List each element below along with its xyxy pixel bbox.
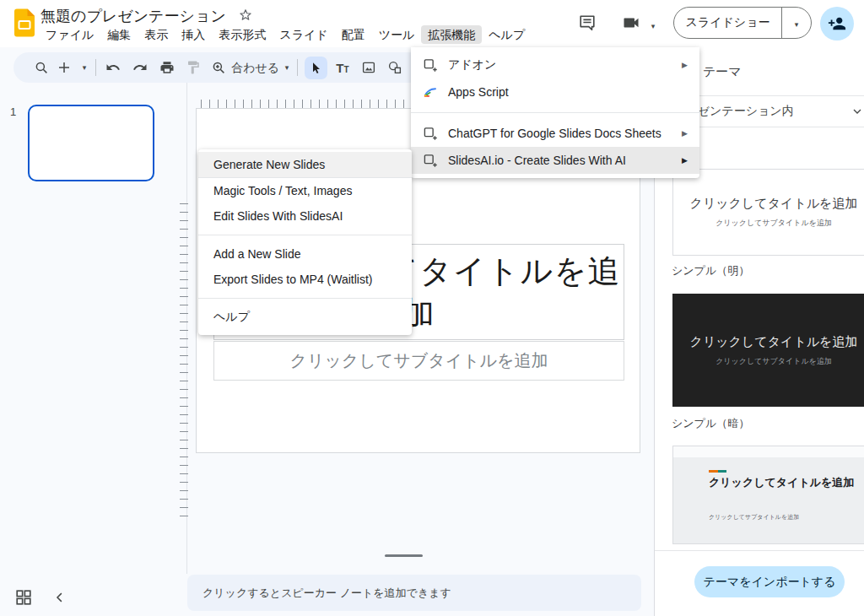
apps-script-icon [423, 84, 438, 100]
print-icon [159, 60, 175, 75]
slideshow-button[interactable]: スライドショー ▾ [673, 7, 812, 39]
menu-tools[interactable]: ツール [372, 25, 422, 44]
search-icon [34, 60, 49, 75]
slidesai-submenu: Generate New Slides Magic Tools / Text, … [198, 149, 412, 335]
zoom-fit-select[interactable]: 合わせる [231, 61, 279, 76]
slideshow-options-button[interactable]: ▾ [782, 15, 811, 30]
submenu-arrow-icon: ▶ [682, 61, 688, 69]
shape-icon [387, 60, 402, 75]
insert-image-button[interactable] [359, 57, 379, 78]
zoom-in-icon [211, 60, 226, 75]
chevron-left-icon [52, 590, 68, 605]
subtitle-placeholder-text: クリックしてサブタイトルを追加 [289, 349, 548, 372]
addon-icon [423, 57, 438, 73]
slide-number: 1 [10, 105, 16, 118]
comment-icon [578, 14, 597, 32]
chevron-down-icon: ▾ [285, 64, 289, 72]
submenu-arrow-icon: ▶ [682, 129, 688, 138]
star-icon[interactable] [238, 8, 253, 23]
menu-extensions[interactable]: 拡張機能 [421, 25, 482, 44]
menu-help[interactable]: ヘルプ [482, 25, 532, 44]
menu-insert[interactable]: 挿入 [175, 25, 212, 44]
menu-item-chatgpt[interactable]: ChatGPT for Google Slides Docs Sheets ▶ [411, 120, 699, 147]
menu-slide[interactable]: スライド [273, 25, 334, 44]
menu-view[interactable]: 表示 [138, 25, 175, 44]
thumb-subtitle: クリックしてサブタイトルを追加 [716, 218, 832, 229]
import-theme-button[interactable]: テーマをインポートする [694, 566, 845, 597]
header: 無題のプレゼンテーション ファイル 編集 表示 挿入 表示形式 スライド 配置 … [0, 0, 864, 47]
grid-view-icon [14, 588, 33, 607]
chevron-down-icon: ▾ [651, 23, 656, 30]
image-icon [361, 60, 376, 75]
thumb-title: クリックしてタイトルを追加 [690, 196, 858, 212]
person-add-icon [828, 14, 846, 33]
theme-name-simple-dark: シンプル（暗） [672, 416, 749, 431]
comments-button[interactable] [577, 13, 597, 33]
redo-button[interactable] [130, 57, 150, 78]
select-tool-button[interactable] [305, 57, 327, 79]
speaker-notes-placeholder: クリックするとスピーカー ノートを追加できます [202, 586, 451, 601]
menu-item-apps-script[interactable]: Apps Script [411, 78, 699, 105]
accent-dash [709, 470, 726, 473]
menu-edit[interactable]: 編集 [100, 25, 138, 44]
chevron-down-icon[interactable] [850, 105, 864, 118]
slides-logo-icon[interactable] [14, 8, 35, 37]
submenu-item-add-new-slide[interactable]: Add a New Slide [198, 241, 412, 267]
extensions-menu: アドオン ▶ Apps Script ChatGPT for Google Sl… [411, 47, 699, 178]
vertical-ruler [180, 201, 188, 516]
theme-panel-title: テーマ [703, 64, 742, 80]
share-button[interactable] [820, 7, 854, 41]
collapse-filmstrip-button[interactable] [52, 590, 69, 607]
divider [95, 59, 96, 76]
divider [198, 235, 412, 235]
menu-bar: ファイル 編集 表示 挿入 表示形式 スライド 配置 ツール 拡張機能 ヘルプ [39, 25, 532, 44]
divider [198, 298, 412, 299]
chevron-down-icon: ▾ [83, 64, 87, 72]
undo-icon [105, 60, 121, 75]
grid-view-button[interactable] [14, 588, 33, 607]
thumb-title: クリックしてタイトルを追加 [709, 475, 854, 490]
thumb-subtitle: クリックしてサブタイトルを追加 [716, 356, 832, 367]
theme-thumbnail-simple-dark[interactable]: クリックしてタイトルを追加 クリックしてサブタイトルを追加 [672, 294, 864, 407]
notes-resize-handle[interactable] [385, 554, 423, 557]
meet-button[interactable] [621, 13, 641, 33]
zoom-button[interactable] [208, 57, 229, 78]
new-slide-caret[interactable]: ▾ [74, 57, 94, 78]
subtitle-placeholder[interactable]: クリックしてサブタイトルを追加 [213, 341, 624, 381]
paint-format-button[interactable] [183, 57, 203, 78]
divider [297, 59, 298, 76]
text-box-button[interactable]: TT [332, 57, 353, 78]
submenu-item-help[interactable]: ヘルプ [198, 305, 412, 330]
menu-item-addons[interactable]: アドオン ▶ [411, 51, 699, 78]
thumb-subtitle: クリックしてサブタイトルを追加 [709, 513, 799, 521]
zoom-fit-caret[interactable]: ▾ [277, 57, 297, 78]
theme-thumbnail-third[interactable]: クリックしてタイトルを追加 クリックしてサブタイトルを追加 [672, 446, 864, 544]
cursor-icon [310, 62, 323, 75]
undo-button[interactable] [103, 57, 123, 78]
submenu-item-export-mp4[interactable]: Export Slides to MP4 (Waitlist) [198, 267, 412, 292]
meet-caret[interactable]: ▾ [643, 16, 663, 36]
paint-roller-icon [186, 60, 201, 75]
slideshow-label: スライドショー [674, 15, 781, 30]
submenu-arrow-icon: ▶ [682, 156, 688, 165]
redo-icon [132, 60, 148, 75]
google-slides-app: 無題のプレゼンテーション ファイル 編集 表示 挿入 表示形式 スライド 配置 … [0, 0, 864, 616]
menu-arrange[interactable]: 配置 [335, 25, 372, 44]
menu-item-slidesai[interactable]: SlidesAI.io - Create Slides With AI ▶ [411, 147, 699, 174]
menu-format[interactable]: 表示形式 [212, 25, 273, 44]
plus-icon [57, 60, 72, 75]
search-menus-button[interactable] [31, 57, 51, 78]
menu-file[interactable]: ファイル [39, 25, 100, 44]
theme-thumbnail-simple-light[interactable]: クリックしてタイトルを追加 クリックしてサブタイトルを追加 [672, 169, 864, 256]
divider [411, 112, 699, 113]
insert-shape-button[interactable] [385, 57, 405, 78]
print-button[interactable] [157, 57, 177, 78]
submenu-item-magic-tools[interactable]: Magic Tools / Text, Images [198, 178, 412, 203]
speaker-notes-input[interactable]: クリックするとスピーカー ノートを追加できます [187, 575, 641, 611]
slide-thumbnail[interactable] [28, 105, 154, 181]
document-title[interactable]: 無題のプレゼンテーション [40, 6, 226, 26]
new-slide-button[interactable] [54, 57, 74, 78]
submenu-item-generate-new-slides[interactable]: Generate New Slides [198, 152, 412, 177]
theme-name-simple-light: シンプル（明） [672, 263, 749, 278]
submenu-item-edit-slides[interactable]: Edit Slides With SlidesAI [198, 203, 412, 229]
